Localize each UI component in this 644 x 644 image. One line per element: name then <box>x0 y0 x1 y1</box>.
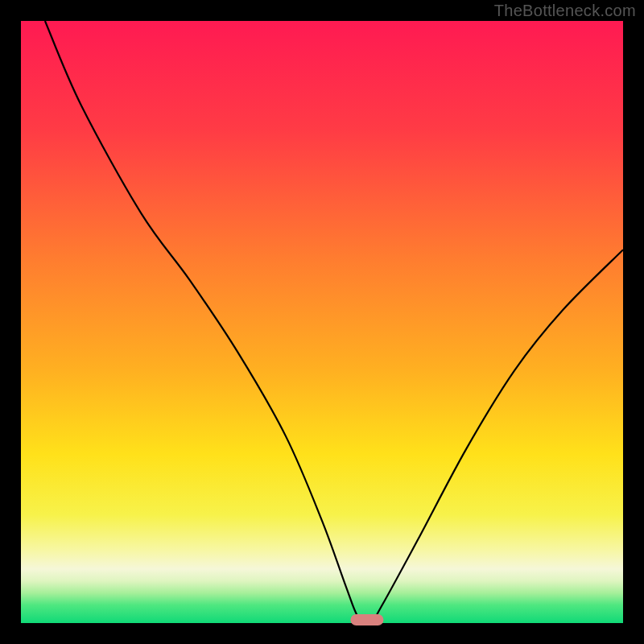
plot-area <box>21 21 623 623</box>
bottleneck-curve <box>21 21 623 623</box>
chart-frame: TheBottleneck.com <box>0 0 644 644</box>
watermark-text: TheBottleneck.com <box>494 2 636 20</box>
optimal-point-marker <box>351 614 384 625</box>
